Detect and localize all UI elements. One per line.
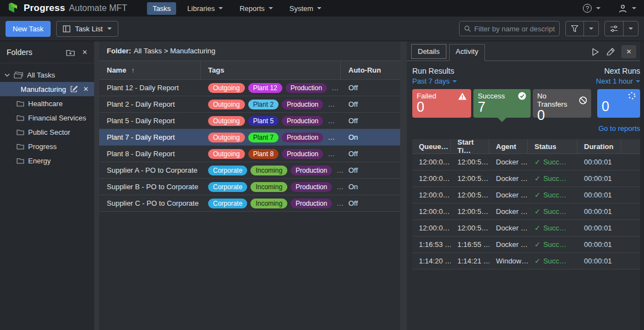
task-tags: Outgoing Plant 5 Production … bbox=[201, 116, 341, 126]
tree-item-progress[interactable]: Progress bbox=[0, 139, 94, 153]
search-input[interactable] bbox=[474, 25, 555, 33]
table-row[interactable]: Supplier B - PO to Corporate Corporate I… bbox=[99, 179, 400, 195]
task-name: Supplier C - PO to Corporate bbox=[99, 199, 201, 207]
brand-name: Progress bbox=[24, 3, 65, 14]
chevron-down-icon bbox=[269, 7, 273, 9]
activity-row[interactable]: 1:14:20 … 1:14:21 … Window… ✓Succ… 00:00… bbox=[412, 253, 640, 270]
progress-logo-icon bbox=[8, 3, 20, 14]
activity-row[interactable]: 12:00:0… 12:00:5… Docker … ✓Succ… 00:00:… bbox=[412, 204, 640, 220]
check-icon: ✓ bbox=[534, 240, 541, 249]
panel-splitter[interactable] bbox=[400, 41, 407, 330]
tag-pill: Production bbox=[291, 199, 332, 208]
column-header-duration[interactable]: Duration bbox=[577, 139, 621, 153]
tab-details[interactable]: Details bbox=[411, 44, 446, 59]
check-icon: ✓ bbox=[534, 207, 541, 216]
run-results-cards: Failed 0 Success bbox=[412, 89, 640, 118]
column-header-queued[interactable]: Queue… bbox=[412, 139, 451, 153]
table-row[interactable]: Plant 2 - Daily Report Outgoing Plant 2 … bbox=[99, 96, 400, 113]
menu-item-libraries[interactable]: Libraries bbox=[182, 2, 228, 15]
new-task-button[interactable]: New Task bbox=[6, 21, 51, 37]
menu-item-reports[interactable]: Reports bbox=[234, 2, 279, 15]
activity-row[interactable]: 12:00:0… 12:00:5… Docker … ✓Succ… 00:00:… bbox=[412, 170, 640, 187]
delete-folder-icon[interactable]: ✕ bbox=[83, 85, 89, 93]
task-tags: Outgoing Plant 2 Production … bbox=[201, 100, 341, 109]
failed-card[interactable]: Failed 0 bbox=[412, 89, 471, 118]
next-runs-range-dropdown[interactable]: Next 1 hour bbox=[596, 77, 640, 85]
edit-task-button[interactable] bbox=[606, 48, 615, 56]
task-list-button[interactable]: Task List bbox=[56, 21, 118, 37]
queued-time: 12:00:0… bbox=[412, 174, 451, 183]
user-icon[interactable] bbox=[618, 4, 627, 13]
activity-row[interactable]: 12:00:0… 12:00:5… Docker … ✓Succ… 00:00:… bbox=[412, 187, 640, 204]
chevron-expanded-icon[interactable] bbox=[4, 73, 10, 77]
go-to-reports-link[interactable]: Go to reports bbox=[598, 124, 640, 133]
autorun-value: Off bbox=[341, 100, 400, 108]
column-header-name[interactable]: Name ↑ bbox=[99, 61, 201, 79]
no-transfers-count: 0 bbox=[537, 108, 587, 122]
queued-time: 12:00:0… bbox=[412, 191, 451, 199]
tag-pill: Outgoing bbox=[208, 100, 245, 109]
filter-split-button bbox=[565, 21, 599, 36]
success-card[interactable]: Success 7 bbox=[473, 89, 531, 118]
tree-item-financial-services[interactable]: Financial Services bbox=[0, 111, 94, 125]
close-panel-icon[interactable]: ✕ bbox=[82, 48, 88, 56]
table-row[interactable]: Supplier A - PO to Corporate Corporate I… bbox=[99, 162, 400, 179]
duration: 00:00:01 bbox=[577, 257, 621, 265]
check-circle-icon bbox=[518, 92, 526, 100]
settings-split-button bbox=[604, 21, 638, 36]
close-panel-button[interactable]: ✕ bbox=[621, 45, 636, 58]
column-settings-button[interactable] bbox=[605, 21, 623, 36]
add-folder-icon[interactable] bbox=[66, 48, 75, 56]
agent: Docker … bbox=[489, 191, 528, 199]
autorun-value: Off bbox=[341, 199, 400, 207]
tag-pill: Production bbox=[282, 149, 323, 159]
activity-row[interactable]: 12:00:0… 12:00:5… Docker … ✓Succ… 00:00:… bbox=[412, 154, 640, 170]
tag-pill: Plant 8 bbox=[248, 149, 279, 159]
column-header-agent[interactable]: Agent bbox=[489, 139, 528, 153]
no-transfers-card[interactable]: No Transfers 0 bbox=[533, 89, 591, 118]
menu-item-system[interactable]: System bbox=[284, 2, 327, 15]
agent: Docker … bbox=[489, 240, 528, 249]
table-row[interactable]: Supplier C - PO to Corporate Corporate I… bbox=[99, 195, 400, 212]
activity-row[interactable]: 1:16:53 … 1:16:55 … Docker … ✓Succ… 00:0… bbox=[412, 237, 640, 253]
next-runs-card[interactable]: 0 bbox=[597, 89, 640, 118]
pencil-icon bbox=[606, 48, 615, 56]
tree-item-energy[interactable]: Energy bbox=[0, 153, 94, 168]
menu-item-label: Reports bbox=[239, 4, 265, 13]
column-header-start-time[interactable]: Start Ti… bbox=[451, 139, 489, 153]
activity-row[interactable]: 12:00:0… 12:00:5… Docker … ✓Succ… 00:00:… bbox=[412, 220, 640, 237]
column-header-autorun[interactable]: Auto-Run bbox=[341, 61, 400, 79]
agent: Docker … bbox=[489, 224, 528, 232]
tab-activity[interactable]: Activity bbox=[449, 44, 485, 61]
tree-item-healthcare[interactable]: Healthcare bbox=[0, 96, 94, 111]
user-menu-caret[interactable] bbox=[632, 7, 636, 9]
panel-splitter[interactable] bbox=[94, 41, 99, 330]
tree-item-all-tasks[interactable]: All Tasks bbox=[0, 68, 94, 82]
table-row[interactable]: Plant 12 - Daily Report Outgoing Plant 1… bbox=[99, 80, 400, 96]
help-menu-caret[interactable] bbox=[596, 7, 601, 9]
sort-ascending-icon: ↑ bbox=[131, 67, 134, 74]
folder-label: Healthcare bbox=[28, 100, 63, 108]
column-header-status[interactable]: Status bbox=[528, 139, 577, 153]
edit-folder-icon[interactable] bbox=[70, 85, 78, 93]
menu-item-tasks[interactable]: Tasks bbox=[147, 2, 176, 15]
tag-pill: Outgoing bbox=[208, 83, 245, 93]
run-task-button[interactable] bbox=[591, 48, 599, 56]
tag-pill: Production bbox=[286, 83, 327, 93]
tree-item-public-sector[interactable]: Public Sector bbox=[0, 125, 94, 139]
task-tags: Corporate Incoming Production … bbox=[201, 166, 341, 175]
content-area: Folders ✕ All Tasks bbox=[0, 41, 644, 330]
table-row-selected[interactable]: Plant 7 - Daily Report Outgoing Plant 7 … bbox=[99, 129, 400, 146]
help-icon[interactable]: ? bbox=[583, 4, 592, 13]
table-row[interactable]: Plant 5 - Daily Report Outgoing Plant 5 … bbox=[99, 113, 400, 129]
filter-menu-caret[interactable] bbox=[583, 21, 598, 36]
filter-funnel-button[interactable] bbox=[566, 21, 583, 36]
tree-item-manufacturing[interactable]: Manufacturing ✕ bbox=[0, 82, 94, 96]
column-header-tags[interactable]: Tags bbox=[201, 61, 341, 79]
breadcrumb-path: All Tasks > Manufacturing bbox=[134, 47, 215, 55]
folder-label: All Tasks bbox=[27, 71, 55, 79]
settings-menu-caret[interactable] bbox=[623, 21, 638, 36]
scrollbar-track[interactable] bbox=[640, 41, 644, 330]
table-row[interactable]: Plant 8 - Daily Report Outgoing Plant 8 … bbox=[99, 146, 400, 162]
run-results-range-dropdown[interactable]: Past 7 days bbox=[412, 77, 457, 85]
